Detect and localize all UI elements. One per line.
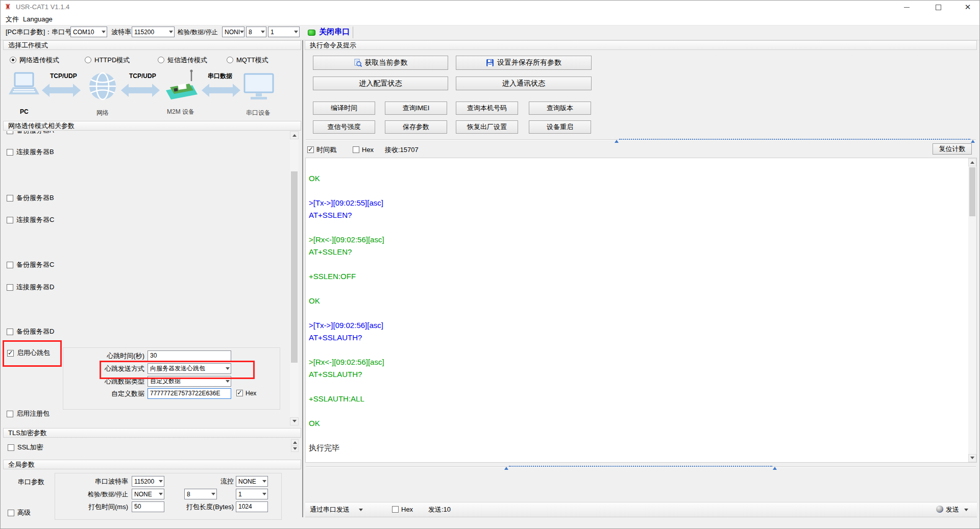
send-via-dropdown[interactable]: 通过串口发送 [310,506,350,514]
enable-register-checkbox[interactable] [7,411,13,417]
maximize-button[interactable] [926,1,950,14]
toolbar: [PC串口参数]：串口号 COM10 波特率 115200 检验/数据/停止 N… [1,25,979,40]
reset-count-button[interactable]: 复位计数 [933,143,972,155]
heartbeat-hex-checkbox[interactable] [236,390,243,396]
radio-sms-mode[interactable] [158,57,164,63]
splitter-handle[interactable] [619,139,970,140]
flow-label: 流控 [205,477,234,486]
log-line [309,381,966,393]
databits-select[interactable]: 8 [246,27,266,37]
log-area[interactable]: OK >[Tx->][09:02:55][asc] AT+SSLEN? >[Rx… [305,158,977,463]
timestamp-checkbox[interactable] [307,146,314,153]
global-parity-select[interactable]: NONE [132,489,164,499]
chevron-down-icon [226,380,230,385]
sent-count: 发送:10 [428,506,451,514]
reboot-button[interactable]: 设备重启 [529,120,591,134]
advanced-checkbox[interactable] [8,510,14,516]
heartbeat-time-label: 心跳时间(秒) [89,352,144,360]
query-number-button[interactable]: 查询本机号码 [456,102,518,115]
query-imei-button[interactable]: 查询IMEI [385,102,447,115]
connect-server-c-checkbox[interactable] [7,217,13,223]
scrollbar-thumb[interactable] [291,171,298,363]
flow-select[interactable]: NONE [236,476,268,487]
chevron-down-icon [262,493,266,497]
chevron-down-icon [211,493,215,497]
log-line: AT+SSLAUTH? [309,368,966,381]
save-params-button[interactable]: 保存参数 [385,120,447,134]
baud-select[interactable]: 115200 [132,27,175,37]
query-signal-button[interactable]: 查信号强度 [313,120,375,134]
scroll-up-icon[interactable] [291,439,299,445]
menu-item-file[interactable]: 文件 [6,15,19,23]
set-save-all-button[interactable]: 设置并保存所有参数 [456,56,592,70]
checkbox-label: 启用注册包 [16,410,50,418]
stopbits-select[interactable]: 1 [268,27,300,37]
panel-splitter[interactable] [302,40,303,517]
heartbeat-type-select[interactable]: 自定义数据 [148,376,231,387]
close-button[interactable]: ✕ [956,1,979,14]
send-button[interactable]: 发送 [946,506,959,514]
chevron-down-icon [226,367,230,372]
factory-reset-button[interactable]: 恢复出厂设置 [456,120,518,134]
log-line: AT+SSLEN? [309,246,966,258]
close-port-button[interactable]: 关闭串口 [319,28,350,36]
scroll-down-icon[interactable] [290,417,299,425]
checkbox-label: 备份服务器D [16,328,54,336]
chevron-down-icon[interactable] [964,509,968,513]
search-doc-icon [354,59,362,67]
splitter-handle[interactable] [509,466,772,467]
heartbeat-mode-label: 心跳发送方式 [89,365,144,373]
parity-select[interactable]: NONI [222,27,244,37]
pack-time-input[interactable]: 50 [132,501,164,512]
checkbox-label: 高级 [17,509,31,517]
scrollbar-thumb[interactable] [969,167,975,216]
radio-net-transparent-mode[interactable] [10,57,16,63]
tls-header: TLS加密参数 [3,428,301,438]
chevron-down-icon [169,31,173,35]
enter-comm-button[interactable]: 进入通讯状态 [456,77,592,90]
radio-mqtt-mode[interactable] [227,57,233,63]
connect-server-d-checkbox[interactable] [7,284,13,291]
compile-time-button[interactable]: 编译时间 [313,102,375,115]
scroll-down-icon[interactable] [291,446,299,452]
connect-server-b-checkbox[interactable] [7,149,13,156]
send-hex-checkbox[interactable] [392,506,399,513]
backup-server-b-checkbox[interactable] [7,195,13,201]
log-hex-checkbox[interactable] [353,146,359,153]
custom-data-input[interactable]: 7777772E7573722E636E [148,388,231,399]
radio-label: HTTPD模式 [94,56,130,64]
global-stopbits-select[interactable]: 1 [236,489,268,499]
link2-label: TCP/UDP [129,72,156,80]
enter-config-button[interactable]: 进入配置状态 [313,77,448,90]
query-version-button[interactable]: 查询版本 [529,102,591,115]
m2m-icon [163,69,200,105]
menu-item-language[interactable]: Language [23,15,53,23]
scroll-up-icon[interactable] [968,158,976,166]
scroll-down-icon[interactable] [968,454,976,462]
log-line [309,307,966,319]
heartbeat-time-input[interactable]: 30 [148,350,231,361]
backup-server-a-checkbox[interactable] [7,131,13,134]
pack-len-input[interactable]: 1024 [236,501,268,512]
node-m2m-label: M2M 设备 [167,108,194,116]
backup-server-c-checkbox[interactable] [7,262,13,268]
global-baud-select[interactable]: 115200 [132,476,164,487]
global-parity-label: 检验/数据/停止 [77,491,128,498]
enable-heartbeat-checkbox[interactable] [7,350,14,357]
work-mode-header: 选择工作模式 [3,40,301,50]
global-databits-select[interactable]: 8 [184,489,217,499]
serial-device-icon [243,73,274,100]
scroll-up-icon[interactable] [290,131,299,139]
log-line: AT+SSLAUTH? [309,332,966,344]
get-params-button[interactable]: 获取当前参数 [313,56,448,70]
heartbeat-mode-select[interactable]: 向服务器发送心跳包 [148,363,231,374]
chevron-down-icon[interactable] [359,509,363,513]
backup-server-d-checkbox[interactable] [7,329,13,335]
ssl-checkbox[interactable] [8,444,14,451]
log-line [309,405,966,417]
log-line: OK [309,417,966,430]
radio-httpd-mode[interactable] [85,57,91,63]
minimize-button[interactable] [895,1,918,14]
app-window: ♜ USR-CAT1 V1.1.4 ✕ 文件 Language [PC串口参数]… [0,0,980,529]
com-port-select[interactable]: COM10 [70,27,107,37]
